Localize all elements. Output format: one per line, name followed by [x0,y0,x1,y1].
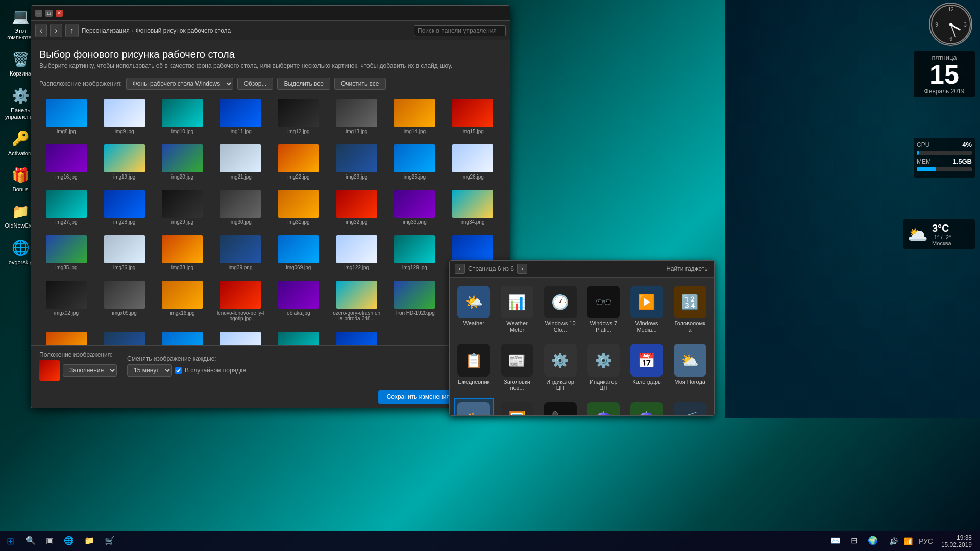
image-thumbnail[interactable]: img9.jpg [97,96,152,137]
image-thumbnail[interactable]: img8.jpg [39,96,93,137]
browse-button[interactable]: Обзор... [237,78,274,90]
image-thumbnail[interactable]: img13.jpg [330,96,384,137]
gadget-item-weather[interactable]: 🌤️ Weather [454,282,494,337]
task-view-button[interactable]: ▣ [41,531,59,552]
image-thumbnail[interactable]: img129.jpg [388,232,442,273]
image-thumbnail[interactable]: img26.jpg [446,141,500,183]
image-thumbnail[interactable]: imgx16.jpg [156,278,210,324]
gadget-item-pokaz-slaydov[interactable]: 🖼️ Показа слайд... [497,398,537,415]
change-select[interactable]: 15 минут [127,364,172,377]
position-select[interactable]: Заполнение [63,364,117,377]
search-input[interactable] [414,25,506,36]
gadget-item-indicator2[interactable]: ⚙️ Индикатор ЦП [583,340,624,395]
image-thumbnail[interactable]: img31.jpg [272,187,326,228]
save-button[interactable]: Сохранить изменения [378,390,458,404]
image-thumbnail[interactable]: img19.jpg [97,141,152,183]
select-all-button[interactable]: Выделить все [277,78,330,90]
breadcrumb-personalization[interactable]: Персонализация [82,27,130,34]
maximize-button[interactable]: □ [45,10,53,17]
image-thumbnail[interactable]: img23.jpg [330,141,384,183]
image-thumbnail[interactable]: img27.jpg [39,187,93,228]
thumbnail-preview [278,190,319,218]
random-checkbox[interactable] [175,367,182,374]
image-thumbnail[interactable]: img36.jpg [97,232,152,273]
image-thumbnail[interactable]: img32.jpg [330,187,384,228]
image-thumbnail[interactable]: img29.jpg [156,187,210,228]
gadget-item-win10-clock[interactable]: 🕐 Windows 10 Clo... [540,282,580,337]
image-thumbnail[interactable]: imgx02.jpg [39,278,93,324]
image-thumbnail[interactable]: img39.png [213,232,267,273]
gadget-item-indicator1[interactable]: ⚙️ Индикатор ЦП [540,340,580,395]
thumbnail-preview [46,332,87,345]
image-thumbnail[interactable]: Windo... [97,329,152,345]
image-thumbnail[interactable]: img14.jpg [388,96,442,137]
gadget-item-win7-plati[interactable]: 🕶️ Windows 7 Plati... [583,282,624,337]
image-thumbnail[interactable]: windows_10.jpg [330,329,384,345]
image-thumbnail[interactable]: img38.jpg [156,232,210,273]
image-thumbnail[interactable]: ozero-gory-otrash enie-priroda-348... [330,278,384,324]
gadget-item-golovolomka[interactable]: 🔢 Головоломка [670,282,710,337]
gadget-item-centr-radio[interactable]: 📻 Центр Радио [670,398,710,415]
image-thumbnail[interactable]: imgx09.jpg [97,278,152,324]
image-thumbnail[interactable]: img34.png [446,187,500,228]
image-thumbnail[interactable]: img12.jpg [272,96,326,137]
thumbnail-preview [394,144,435,172]
image-thumbnail[interactable]: lenovo-lenovo-be ly-logotip.jpg [213,278,267,324]
image-thumbnail[interactable]: img122.jpg [330,232,384,273]
keyboard-layout[interactable]: РУС [917,535,935,547]
minimize-button[interactable]: ─ [35,10,42,17]
close-button[interactable]: ✕ [56,10,63,17]
image-thumbnail[interactable]: img11.jpg [213,96,267,137]
thumbnail-preview [46,235,87,263]
ie-taskbar-button[interactable]: 🌐 [59,531,79,552]
back-button[interactable]: ‹ [35,24,47,37]
image-thumbnail[interactable]: img20.jpg [156,141,210,183]
image-thumbnail[interactable]: img16.jpg [39,141,93,183]
image-thumbnail[interactable]: img33.png [388,187,442,228]
gadget-item-centr-pogody2[interactable]: ☂️ Центр Погоды [627,398,667,415]
store-taskbar-button[interactable]: 🛒 [100,531,120,552]
image-thumbnail[interactable]: img25.jpg [388,141,442,183]
up-button[interactable]: ↑ [65,24,79,37]
start-button[interactable]: ⊞ [0,531,20,552]
gadget-item-win-media[interactable]: ▶️ Windows Media... [627,282,667,337]
search-taskbar-button[interactable]: 🔍 [20,531,41,552]
clear-all-button[interactable]: Очистить все [334,78,385,90]
cpu-value: 4% [962,141,972,148]
forward-button[interactable]: › [50,24,62,37]
image-thumbnail[interactable]: img069.jpg [272,232,326,273]
apps-button[interactable]: ⊟ [846,531,863,552]
mail-taskbar-button[interactable]: ✉️ [825,531,846,552]
image-thumbnail[interactable]: img22.jpg [272,141,326,183]
gadget-prev-button[interactable]: ‹ [455,264,465,274]
image-thumbnail[interactable]: img35.jpg [39,232,93,273]
image-thumbnail[interactable]: oblaka.jpg [272,278,326,324]
gadget-item-telefon[interactable]: 📞 Телефонная кн... [540,398,580,415]
network-icon[interactable]: 📶 [902,535,915,547]
gadget-item-moya-pogoda[interactable]: ⛅ Моя Погода [670,340,710,395]
gadget-item-centr-pogody[interactable]: ☂️ Центр Погоды [583,398,624,415]
image-thumbnail[interactable]: img10.jpg [156,96,210,137]
volume-icon[interactable]: 🔊 [887,535,900,547]
image-thumbnail[interactable]: Tron HD-1920.jpg [388,278,442,324]
image-thumbnail[interactable]: img28.jpg [97,187,152,228]
image-thumbnail[interactable]: Windows Red.png [272,329,326,345]
image-thumbnail[interactable]: img15.jpg [446,96,500,137]
image-thumbnail[interactable]: img21.jpg [213,141,267,183]
image-thumbnail[interactable]: Windows ... [213,329,267,345]
edge-taskbar-button[interactable]: 🌍 [863,531,883,552]
gadget-item-weather-meter[interactable]: 📊 Weather Meter [497,282,537,337]
nav-bar: ‹ › ↑ Персонализация › Фоновый рисунок р… [31,21,510,40]
image-thumbnail[interactable]: tron-white-girl-... [39,329,93,345]
gadget-item-calendar[interactable]: 📅 Календарь [627,340,667,395]
gadget-next-button[interactable]: › [517,264,527,274]
breadcrumb-wallpaper[interactable]: Фоновый рисунок рабочего стола [136,27,231,34]
image-thumbnail[interactable]: Windo... [156,329,210,345]
image-thumbnail[interactable]: img30.jpg [213,187,267,228]
explorer-taskbar-button[interactable]: 📁 [79,531,100,552]
tray-clock[interactable]: 19:38 15.02.2019 [937,534,976,548]
gadget-item-ezhednevnik[interactable]: 📋 Ежедневник [454,340,494,395]
gadget-item-zagolovki[interactable]: 📰 Заголовки нов... [497,340,537,395]
gadget-item-moya-pogoda2[interactable]: ⛅ Моя Погода [454,398,494,415]
location-select[interactable]: Фоны рабочего стола Windows [126,78,233,90]
